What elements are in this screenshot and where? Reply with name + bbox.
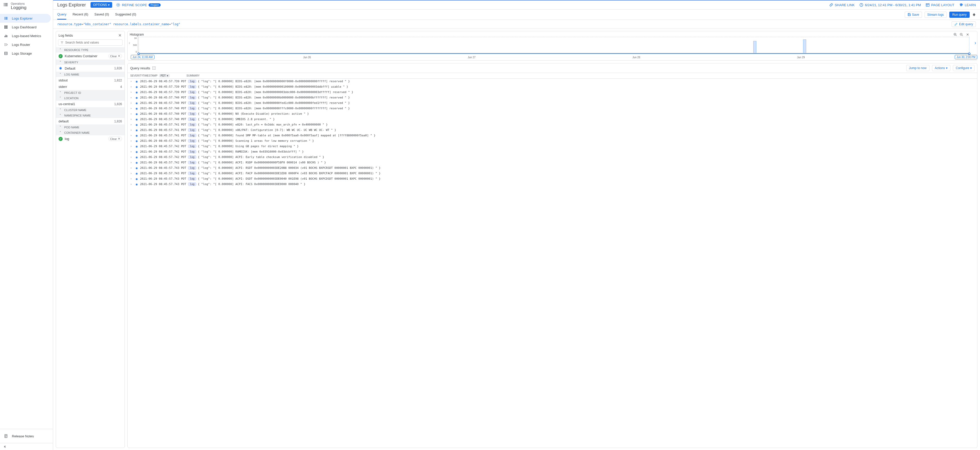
actions-button[interactable]: Actions▾ bbox=[932, 65, 950, 71]
edit-query-button[interactable]: Edit query bbox=[951, 21, 976, 27]
jump-to-now-button[interactable]: Jump to now bbox=[906, 65, 929, 71]
log-name-chip[interactable]: log bbox=[188, 139, 196, 143]
log-row[interactable]: ›✱2021-06-29 08:45:57.743 PDTlog{ "log":… bbox=[128, 171, 977, 176]
sidebar-item-logs-router[interactable]: Logs Router bbox=[0, 40, 53, 49]
log-row[interactable]: ›✱2021-06-29 08:45:57.741 PDTlog{ "log":… bbox=[128, 127, 977, 133]
field-value[interactable]: ✓logClear ✕ bbox=[56, 135, 124, 142]
log-row[interactable]: ›✱2021-06-29 08:45:57.743 PDTlog{ "log":… bbox=[128, 176, 977, 181]
release-notes-link[interactable]: Release Notes bbox=[0, 432, 53, 440]
field-group-log-name[interactable]: ˄LOG NAME bbox=[56, 72, 124, 77]
field-value[interactable]: ✓Kubernetes ContainerClear ✕ bbox=[56, 52, 124, 60]
log-row[interactable]: ›✱2021-06-29 08:45:57.742 PDTlog{ "log":… bbox=[128, 154, 977, 160]
log-row[interactable]: ›✱2021-06-29 08:45:57.741 PDTlog{ "log":… bbox=[128, 122, 977, 127]
field-value[interactable]: default1,826 bbox=[56, 118, 124, 125]
timezone-selector[interactable]: PDT▾ bbox=[159, 74, 170, 77]
query-text[interactable]: resource.type="k8s_container" resource.l… bbox=[57, 22, 180, 26]
expand-row-button[interactable]: › bbox=[130, 101, 133, 105]
histogram-prev-button[interactable]: ‹ bbox=[129, 40, 130, 46]
expand-row-button[interactable]: › bbox=[130, 134, 133, 137]
expand-row-button[interactable]: › bbox=[130, 182, 133, 186]
search-fields-input-wrap[interactable] bbox=[58, 40, 123, 46]
field-group-cluster-name[interactable]: ˅CLUSTER NAME bbox=[56, 107, 124, 112]
histogram-end-handle[interactable] bbox=[968, 52, 970, 55]
log-row[interactable]: ›✱2021-06-29 08:45:57.739 PDTlog{ "log":… bbox=[128, 89, 977, 95]
log-name-chip[interactable]: log bbox=[188, 144, 196, 148]
tab-suggested[interactable]: Suggested (0) bbox=[115, 10, 136, 20]
sidebar-item-logs-based-metrics[interactable]: Logs-based Metrics bbox=[0, 32, 53, 40]
log-name-chip[interactable]: log bbox=[188, 155, 196, 159]
log-row[interactable]: ›✱2021-06-29 08:45:57.739 PDTlog{ "log":… bbox=[128, 79, 977, 84]
field-value[interactable]: ✱Default1,826 bbox=[56, 65, 124, 72]
clear-filter-button[interactable]: Clear ✕ bbox=[108, 136, 122, 141]
log-name-chip[interactable]: log bbox=[188, 150, 196, 153]
expand-row-button[interactable]: › bbox=[130, 117, 133, 121]
collapse-nav-button[interactable] bbox=[0, 443, 53, 450]
log-name-chip[interactable]: log bbox=[188, 123, 196, 126]
field-value[interactable]: stdout1,822 bbox=[56, 77, 124, 84]
log-name-chip[interactable]: log bbox=[188, 166, 196, 170]
log-name-chip[interactable]: log bbox=[188, 101, 196, 105]
expand-row-button[interactable]: › bbox=[130, 112, 133, 116]
log-row[interactable]: ›✱2021-06-29 08:45:57.743 PDTlog{ "log":… bbox=[128, 165, 977, 171]
field-value[interactable]: us-central11,826 bbox=[56, 101, 124, 107]
expand-row-button[interactable]: › bbox=[130, 123, 133, 126]
expand-row-button[interactable]: › bbox=[130, 144, 133, 148]
log-name-chip[interactable]: log bbox=[188, 128, 196, 132]
field-group-pod-name[interactable]: ˅POD NAME bbox=[56, 125, 124, 130]
log-name-chip[interactable]: log bbox=[188, 172, 196, 175]
log-row[interactable]: ›✱2021-06-29 08:45:57.742 PDTlog{ "log":… bbox=[128, 160, 977, 165]
field-group-resource-type[interactable]: ˄RESOURCE TYPE bbox=[56, 47, 124, 52]
log-row[interactable]: ›✱2021-06-29 08:45:57.740 PDTlog{ "log":… bbox=[128, 100, 977, 106]
log-row[interactable]: ›✱2021-06-29 08:45:57.740 PDTlog{ "log":… bbox=[128, 111, 977, 117]
log-name-chip[interactable]: log bbox=[188, 85, 196, 89]
field-value[interactable]: stderr4 bbox=[56, 84, 124, 90]
field-group-severity[interactable]: ˄SEVERITY bbox=[56, 60, 124, 65]
zoom-out-icon[interactable] bbox=[959, 33, 963, 36]
field-group-project-id[interactable]: ˅PROJECT ID bbox=[56, 90, 124, 95]
log-name-chip[interactable]: log bbox=[188, 80, 196, 83]
expand-row-button[interactable]: › bbox=[130, 166, 133, 170]
clear-filter-button[interactable]: Clear ✕ bbox=[108, 54, 122, 58]
expand-row-button[interactable]: › bbox=[130, 90, 133, 94]
close-log-fields-button[interactable] bbox=[118, 33, 122, 37]
tab-query[interactable]: Query bbox=[57, 10, 66, 20]
options-button[interactable]: OPTIONS ▾ bbox=[91, 2, 112, 8]
log-name-chip[interactable]: log bbox=[188, 134, 196, 137]
configure-button[interactable]: Configure▾ bbox=[953, 65, 975, 71]
log-name-chip[interactable]: log bbox=[188, 90, 196, 94]
refine-scope-button[interactable]: REFINE SCOPE Project bbox=[116, 3, 161, 7]
expand-row-button[interactable]: › bbox=[130, 177, 133, 181]
product-icon[interactable] bbox=[3, 2, 8, 7]
field-group-namespace-name[interactable]: ˄NAMESPACE NAME bbox=[56, 112, 124, 118]
zoom-in-icon[interactable] bbox=[953, 33, 957, 36]
expand-query-button[interactable] bbox=[972, 13, 976, 16]
save-button[interactable]: Save bbox=[905, 12, 922, 18]
expand-row-button[interactable]: › bbox=[130, 85, 133, 89]
expand-row-button[interactable]: › bbox=[130, 80, 133, 83]
expand-row-button[interactable]: › bbox=[130, 172, 133, 175]
field-group-location[interactable]: ˄LOCATION bbox=[56, 95, 124, 101]
time-range-picker[interactable]: 6/24/21, 12:41 PM - 6/30/21, 1:41 PM bbox=[859, 3, 921, 7]
histogram-start-handle[interactable] bbox=[137, 52, 140, 55]
histogram-next-button[interactable]: › bbox=[975, 40, 976, 46]
run-query-button[interactable]: Run query bbox=[949, 12, 970, 18]
tab-recent[interactable]: Recent (6) bbox=[72, 10, 88, 20]
log-name-chip[interactable]: log bbox=[188, 117, 196, 121]
log-name-chip[interactable]: log bbox=[188, 161, 196, 164]
expand-row-button[interactable]: › bbox=[130, 139, 133, 143]
log-row[interactable]: ›✱2021-06-29 08:45:57.740 PDTlog{ "log":… bbox=[128, 117, 977, 122]
share-link-button[interactable]: SHARE LINK bbox=[829, 3, 855, 7]
log-name-chip[interactable]: log bbox=[188, 177, 196, 181]
log-row[interactable]: ›✱2021-06-29 08:45:57.740 PDTlog{ "log":… bbox=[128, 106, 977, 111]
expand-row-button[interactable]: › bbox=[130, 96, 133, 99]
log-row[interactable]: ›✱2021-06-29 08:45:57.743 PDTlog{ "log":… bbox=[128, 181, 977, 187]
field-group-container-name[interactable]: ˄CONTAINER NAME bbox=[56, 130, 124, 135]
log-row[interactable]: ›✱2021-06-29 08:45:57.739 PDTlog{ "log":… bbox=[128, 84, 977, 89]
close-histogram-button[interactable] bbox=[966, 33, 969, 36]
log-name-chip[interactable]: log bbox=[188, 96, 196, 99]
log-row[interactable]: ›✱2021-06-29 08:45:57.742 PDTlog{ "log":… bbox=[128, 144, 977, 149]
learn-button[interactable]: LEARN bbox=[959, 3, 976, 7]
stream-logs-button[interactable]: Stream logs bbox=[924, 12, 947, 18]
tab-saved[interactable]: Saved (0) bbox=[94, 10, 109, 20]
sidebar-item-logs-explorer[interactable]: Logs Explorer bbox=[0, 14, 51, 23]
